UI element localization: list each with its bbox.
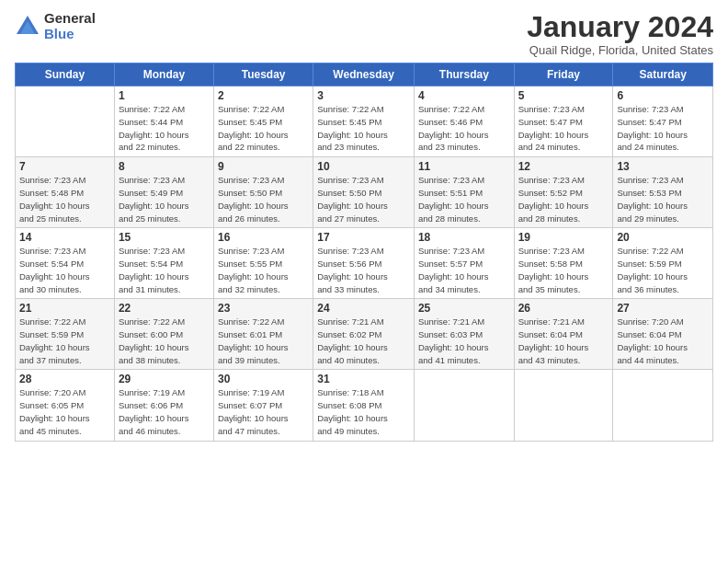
day-info: Sunrise: 7:23 AM Sunset: 5:58 PM Dayligh… — [518, 245, 609, 295]
day-info: Sunrise: 7:22 AM Sunset: 5:44 PM Dayligh… — [119, 103, 210, 154]
logo-blue: Blue — [44, 27, 96, 42]
calendar-cell: 9Sunrise: 7:23 AM Sunset: 5:50 PM Daylig… — [213, 157, 313, 228]
day-number: 16 — [218, 231, 309, 244]
calendar-cell: 20Sunrise: 7:22 AM Sunset: 5:59 PM Dayli… — [613, 228, 713, 299]
day-number: 9 — [218, 160, 309, 173]
week-row-3: 14Sunrise: 7:23 AM Sunset: 5:54 PM Dayli… — [16, 228, 713, 299]
day-info: Sunrise: 7:22 AM Sunset: 6:00 PM Dayligh… — [119, 316, 210, 366]
calendar-cell: 8Sunrise: 7:23 AM Sunset: 5:49 PM Daylig… — [114, 157, 213, 228]
week-row-2: 7Sunrise: 7:23 AM Sunset: 5:48 PM Daylig… — [16, 157, 713, 228]
day-info: Sunrise: 7:23 AM Sunset: 5:47 PM Dayligh… — [617, 103, 709, 154]
day-info: Sunrise: 7:22 AM Sunset: 5:45 PM Dayligh… — [317, 103, 410, 154]
day-info: Sunrise: 7:23 AM Sunset: 5:56 PM Dayligh… — [317, 245, 410, 295]
calendar-cell: 15Sunrise: 7:23 AM Sunset: 5:54 PM Dayli… — [114, 228, 213, 299]
day-number: 14 — [19, 231, 110, 244]
day-info: Sunrise: 7:20 AM Sunset: 6:05 PM Dayligh… — [19, 386, 110, 437]
week-row-1: 1Sunrise: 7:22 AM Sunset: 5:44 PM Daylig… — [16, 86, 713, 157]
calendar-cell: 27Sunrise: 7:20 AM Sunset: 6:04 PM Dayli… — [613, 299, 713, 370]
day-info: Sunrise: 7:23 AM Sunset: 5:48 PM Dayligh… — [19, 174, 110, 224]
calendar-cell: 2Sunrise: 7:22 AM Sunset: 5:45 PM Daylig… — [213, 86, 313, 157]
calendar: SundayMondayTuesdayWednesdayThursdayFrid… — [15, 63, 713, 441]
day-info: Sunrise: 7:23 AM Sunset: 5:51 PM Dayligh… — [418, 174, 510, 224]
calendar-cell: 21Sunrise: 7:22 AM Sunset: 5:59 PM Dayli… — [16, 299, 115, 370]
day-info: Sunrise: 7:19 AM Sunset: 6:07 PM Dayligh… — [218, 386, 309, 437]
calendar-cell: 12Sunrise: 7:23 AM Sunset: 5:52 PM Dayli… — [514, 157, 613, 228]
calendar-cell: 23Sunrise: 7:22 AM Sunset: 6:01 PM Dayli… — [213, 299, 313, 370]
weekday-header-friday: Friday — [514, 63, 613, 86]
weekday-header-sunday: Sunday — [16, 63, 115, 86]
day-number: 10 — [317, 160, 410, 173]
calendar-cell: 26Sunrise: 7:21 AM Sunset: 6:04 PM Dayli… — [514, 299, 613, 370]
day-number: 4 — [418, 89, 510, 102]
calendar-cell: 18Sunrise: 7:23 AM Sunset: 5:57 PM Dayli… — [414, 228, 514, 299]
calendar-cell: 30Sunrise: 7:19 AM Sunset: 6:07 PM Dayli… — [213, 370, 313, 441]
calendar-cell: 6Sunrise: 7:23 AM Sunset: 5:47 PM Daylig… — [613, 86, 713, 157]
calendar-cell: 17Sunrise: 7:23 AM Sunset: 5:56 PM Dayli… — [313, 228, 415, 299]
weekday-header-monday: Monday — [114, 63, 213, 86]
calendar-cell: 28Sunrise: 7:20 AM Sunset: 6:05 PM Dayli… — [16, 370, 115, 441]
calendar-cell: 16Sunrise: 7:23 AM Sunset: 5:55 PM Dayli… — [213, 228, 313, 299]
day-number: 8 — [119, 160, 210, 173]
location: Quail Ridge, Florida, United States — [527, 43, 713, 57]
day-number: 31 — [317, 373, 410, 385]
day-info: Sunrise: 7:22 AM Sunset: 5:59 PM Dayligh… — [617, 245, 709, 295]
weekday-header-row: SundayMondayTuesdayWednesdayThursdayFrid… — [16, 63, 713, 86]
title-block: January 2024 Quail Ridge, Florida, Unite… — [527, 11, 713, 57]
calendar-cell: 4Sunrise: 7:22 AM Sunset: 5:46 PM Daylig… — [414, 86, 514, 157]
calendar-cell: 25Sunrise: 7:21 AM Sunset: 6:03 PM Dayli… — [414, 299, 514, 370]
calendar-cell: 11Sunrise: 7:23 AM Sunset: 5:51 PM Dayli… — [414, 157, 514, 228]
day-number: 21 — [19, 302, 110, 315]
calendar-cell: 13Sunrise: 7:23 AM Sunset: 5:53 PM Dayli… — [613, 157, 713, 228]
day-number: 25 — [418, 302, 510, 315]
day-info: Sunrise: 7:23 AM Sunset: 5:55 PM Dayligh… — [218, 245, 309, 295]
day-number: 23 — [218, 302, 309, 315]
day-info: Sunrise: 7:19 AM Sunset: 6:06 PM Dayligh… — [119, 386, 210, 437]
day-number: 15 — [119, 231, 210, 244]
day-number: 5 — [518, 89, 609, 102]
day-number: 7 — [19, 160, 110, 173]
day-number: 12 — [518, 160, 609, 173]
day-info: Sunrise: 7:23 AM Sunset: 5:54 PM Dayligh… — [19, 245, 110, 295]
day-info: Sunrise: 7:23 AM Sunset: 5:52 PM Dayligh… — [518, 174, 609, 224]
day-number: 20 — [617, 231, 709, 244]
day-number: 11 — [418, 160, 510, 173]
week-row-4: 21Sunrise: 7:22 AM Sunset: 5:59 PM Dayli… — [16, 299, 713, 370]
day-info: Sunrise: 7:23 AM Sunset: 5:47 PM Dayligh… — [518, 103, 609, 154]
calendar-cell: 29Sunrise: 7:19 AM Sunset: 6:06 PM Dayli… — [114, 370, 213, 441]
week-row-5: 28Sunrise: 7:20 AM Sunset: 6:05 PM Dayli… — [16, 370, 713, 441]
day-info: Sunrise: 7:23 AM Sunset: 5:50 PM Dayligh… — [218, 174, 309, 224]
day-number: 3 — [317, 89, 410, 102]
day-number: 29 — [119, 373, 210, 385]
day-number: 26 — [518, 302, 609, 315]
calendar-cell — [514, 370, 613, 441]
day-number: 17 — [317, 231, 410, 244]
day-info: Sunrise: 7:23 AM Sunset: 5:57 PM Dayligh… — [418, 245, 510, 295]
calendar-cell: 10Sunrise: 7:23 AM Sunset: 5:50 PM Dayli… — [313, 157, 415, 228]
calendar-cell: 3Sunrise: 7:22 AM Sunset: 5:45 PM Daylig… — [313, 86, 415, 157]
calendar-cell — [414, 370, 514, 441]
weekday-header-wednesday: Wednesday — [313, 63, 415, 86]
day-number: 27 — [617, 302, 709, 315]
weekday-header-saturday: Saturday — [613, 63, 713, 86]
day-number: 22 — [119, 302, 210, 315]
calendar-cell: 24Sunrise: 7:21 AM Sunset: 6:02 PM Dayli… — [313, 299, 415, 370]
day-info: Sunrise: 7:23 AM Sunset: 5:53 PM Dayligh… — [617, 174, 709, 224]
calendar-cell: 1Sunrise: 7:22 AM Sunset: 5:44 PM Daylig… — [114, 86, 213, 157]
page: General Blue January 2024 Quail Ridge, F… — [0, 0, 728, 563]
logo: General Blue — [15, 11, 96, 41]
day-number: 13 — [617, 160, 709, 173]
month-title: January 2024 — [527, 11, 713, 43]
day-number: 6 — [617, 89, 709, 102]
day-info: Sunrise: 7:23 AM Sunset: 5:54 PM Dayligh… — [119, 245, 210, 295]
day-info: Sunrise: 7:23 AM Sunset: 5:49 PM Dayligh… — [119, 174, 210, 224]
calendar-cell: 19Sunrise: 7:23 AM Sunset: 5:58 PM Dayli… — [514, 228, 613, 299]
header: General Blue January 2024 Quail Ridge, F… — [15, 11, 713, 57]
day-info: Sunrise: 7:22 AM Sunset: 5:45 PM Dayligh… — [218, 103, 309, 154]
day-info: Sunrise: 7:20 AM Sunset: 6:04 PM Dayligh… — [617, 316, 709, 366]
logo-icon — [15, 14, 40, 40]
day-info: Sunrise: 7:21 AM Sunset: 6:03 PM Dayligh… — [418, 316, 510, 366]
weekday-header-tuesday: Tuesday — [213, 63, 313, 86]
calendar-cell: 5Sunrise: 7:23 AM Sunset: 5:47 PM Daylig… — [514, 86, 613, 157]
day-number: 28 — [19, 373, 110, 385]
day-info: Sunrise: 7:21 AM Sunset: 6:04 PM Dayligh… — [518, 316, 609, 366]
